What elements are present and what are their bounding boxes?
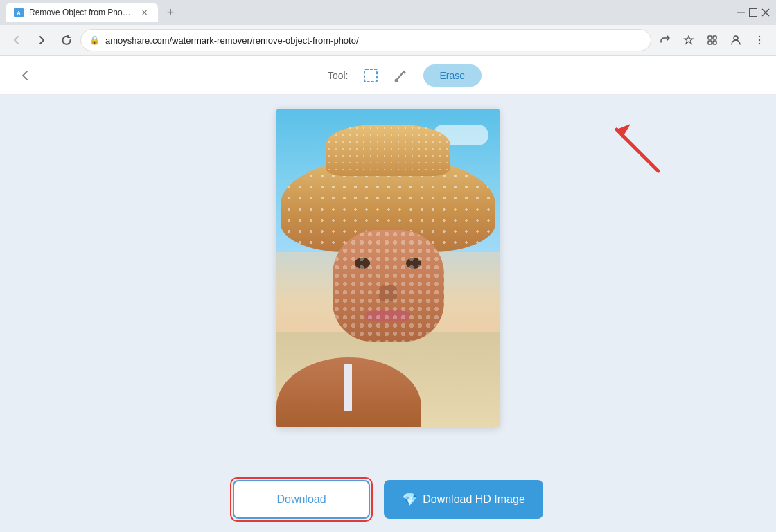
- back-nav-button[interactable]: [6, 29, 28, 51]
- nav-bar: 🔒 amoyshare.com/watermark-remover/remove…: [0, 25, 776, 55]
- address-text: amoyshare.com/watermark-remover/remove-o…: [105, 35, 642, 46]
- svg-rect-9: [708, 41, 712, 44]
- svg-point-16: [394, 78, 398, 82]
- tab-bar: A Remove Object from Photo Onli... ✕ +: [0, 0, 776, 25]
- app-toolbar: Tool: Erase: [0, 56, 776, 95]
- new-tab-button[interactable]: +: [161, 3, 180, 22]
- svg-rect-3: [750, 9, 757, 17]
- close-button[interactable]: [761, 8, 770, 17]
- lock-icon: 🔒: [89, 35, 100, 45]
- svg-point-14: [759, 43, 760, 44]
- hat-crown: [326, 125, 450, 176]
- download-button[interactable]: Download: [233, 480, 370, 519]
- active-tab[interactable]: A Remove Object from Photo Onli... ✕: [6, 3, 158, 22]
- face: [333, 230, 444, 342]
- gem-icon: 💎: [402, 492, 417, 507]
- address-bar[interactable]: 🔒 amoyshare.com/watermark-remover/remove…: [80, 29, 651, 51]
- photo-display: [276, 109, 500, 427]
- tab-close-btn[interactable]: ✕: [139, 7, 150, 18]
- window-controls: [736, 8, 770, 17]
- photo-placeholder: [276, 109, 500, 427]
- tab-favicon: A: [14, 8, 24, 17]
- svg-text:A: A: [17, 10, 20, 15]
- svg-line-17: [617, 130, 658, 171]
- svg-point-13: [759, 39, 760, 41]
- svg-point-11: [734, 36, 738, 40]
- svg-marker-6: [685, 36, 693, 44]
- tool-label: Tool:: [328, 70, 349, 81]
- minimize-button[interactable]: [736, 8, 746, 17]
- strap: [344, 364, 353, 411]
- download-hd-button[interactable]: 💎 Download HD Image: [384, 480, 543, 519]
- svg-rect-8: [713, 36, 716, 39]
- bottom-action-bar: Download 💎 Download HD Image: [233, 480, 543, 519]
- download-button-label: Download: [276, 493, 326, 506]
- svg-rect-2: [737, 12, 745, 13]
- maximize-button[interactable]: [748, 8, 758, 17]
- tool-icons: [360, 64, 412, 87]
- extensions-icon[interactable]: [701, 29, 723, 51]
- svg-rect-7: [708, 36, 712, 39]
- bookmark-icon[interactable]: [678, 29, 700, 51]
- svg-rect-15: [364, 69, 377, 82]
- svg-point-12: [759, 36, 760, 37]
- nav-actions: [654, 29, 770, 51]
- svg-rect-10: [713, 41, 716, 44]
- menu-icon[interactable]: [748, 29, 770, 51]
- forward-nav-button[interactable]: [30, 29, 53, 51]
- svg-marker-18: [617, 124, 630, 138]
- reload-button[interactable]: [55, 29, 78, 51]
- erase-button[interactable]: Erase: [423, 64, 482, 87]
- selection-tool-button[interactable]: [360, 64, 382, 87]
- brush-tool-button[interactable]: [390, 64, 412, 87]
- main-content: Download 💎 Download HD Image: [0, 95, 776, 532]
- profile-icon[interactable]: [725, 29, 747, 51]
- tab-title: Remove Object from Photo Onli...: [29, 8, 133, 17]
- share-icon[interactable]: [654, 29, 676, 51]
- browser-chrome: A Remove Object from Photo Onli... ✕ +: [0, 0, 776, 56]
- app-back-button[interactable]: [14, 64, 36, 87]
- download-hd-button-label: Download HD Image: [423, 493, 525, 506]
